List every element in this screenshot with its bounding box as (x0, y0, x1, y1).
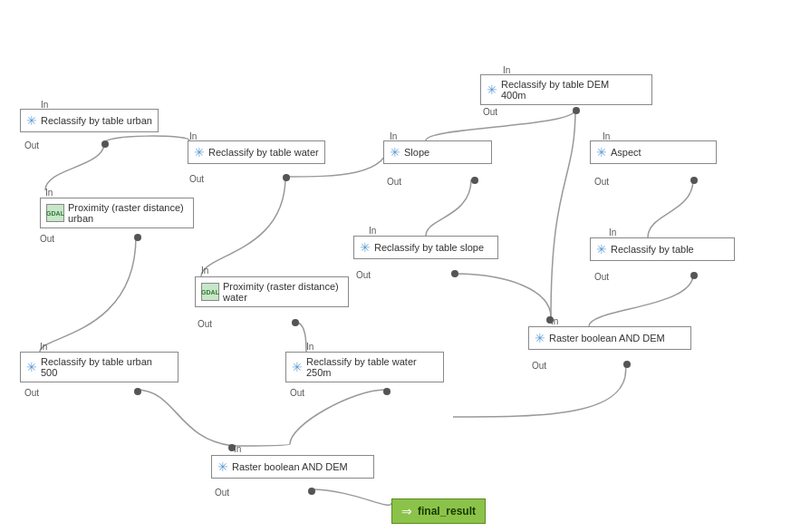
out-dot-reclassify-urban-500 (134, 388, 141, 395)
node-label: Aspect (611, 147, 641, 158)
in-dot-raster-boolean-top (546, 316, 554, 324)
node-label-line1: Proximity (raster distance) (68, 202, 184, 213)
node-final-result[interactable]: ⇒ final_result (391, 498, 486, 524)
in-label-reclassify-water-250: In (306, 342, 314, 352)
out-label-reclassify-water-250: Out (290, 388, 304, 398)
node-label: Reclassify by table (611, 244, 694, 255)
node-reclassify-water[interactable]: ✳ Reclassify by table water (188, 140, 325, 164)
workflow-canvas: In ✳ Reclassify by table urban Out In ✳ … (0, 0, 791, 532)
snowflake-icon: ✳ (596, 242, 607, 256)
out-label-proximity-water: Out (198, 319, 212, 329)
node-proximity-urban[interactable]: GDAL Proximity (raster distance) urban (40, 198, 194, 228)
out-label-slope: Out (387, 177, 401, 187)
node-label: Raster boolean AND DEM (232, 461, 348, 472)
out-label-aspect: Out (594, 177, 609, 187)
node-label: Reclassify by table water (208, 147, 319, 158)
out-dot-reclassify-table (690, 272, 698, 279)
node-label-line1: Reclassify by table water (306, 356, 417, 367)
in-dot-raster-boolean-bottom (228, 444, 236, 451)
out-label-raster-boolean-top: Out (532, 361, 546, 371)
arrow-icon: ⇒ (401, 504, 412, 518)
node-proximity-water[interactable]: GDAL Proximity (raster distance) water (195, 276, 349, 307)
snowflake-icon: ✳ (360, 240, 371, 255)
out-dot-proximity-water (292, 319, 299, 326)
in-label-proximity-urban: In (45, 188, 53, 198)
out-dot-aspect (690, 177, 698, 184)
snowflake-icon: ✳ (487, 82, 497, 97)
node-label: Reclassify by table slope (374, 242, 484, 253)
node-label-line1: Reclassify by table DEM (501, 79, 609, 90)
snowflake-icon: ✳ (26, 113, 37, 128)
out-label-reclassify-urban: Out (24, 140, 39, 150)
gdal-icon: GDAL (201, 283, 219, 301)
node-raster-boolean-dem-bottom[interactable]: ✳ Raster boolean AND DEM (211, 455, 374, 479)
in-label-proximity-water: In (201, 266, 208, 276)
node-aspect[interactable]: ✳ Aspect (590, 140, 717, 164)
out-dot-raster-boolean-bottom (308, 488, 315, 495)
out-dot-proximity-urban (134, 234, 141, 241)
snowflake-icon: ✳ (194, 145, 205, 160)
out-dot-reclassify-slope (451, 270, 458, 277)
out-dot-raster-boolean-top (623, 361, 631, 368)
out-label-reclassify-urban-500: Out (24, 388, 39, 398)
out-label-reclassify-dem: Out (483, 107, 497, 117)
snowflake-icon: ✳ (217, 459, 228, 474)
node-reclassify-dem[interactable]: ✳ Reclassify by table DEM 400m (480, 74, 652, 105)
out-label-reclassify-slope: Out (356, 270, 371, 280)
out-label-reclassify-table: Out (594, 272, 609, 282)
out-dot-reclassify-water-250 (383, 388, 391, 395)
out-label-reclassify-water: Out (189, 174, 204, 184)
node-label-line2: 250m (306, 367, 417, 378)
connections-layer (0, 0, 791, 532)
snowflake-icon: ✳ (596, 145, 607, 160)
out-dot-slope (471, 177, 478, 184)
node-label-line1: Reclassify by table urban (41, 356, 152, 367)
snowflake-icon: ✳ (390, 145, 400, 160)
node-reclassify-urban-500[interactable]: ✳ Reclassify by table urban 500 (20, 352, 178, 382)
node-label: Slope (404, 147, 429, 158)
snowflake-icon: ✳ (535, 331, 545, 345)
node-label: Reclassify by table urban (41, 115, 152, 126)
node-label-line1: Proximity (raster distance) (223, 281, 339, 292)
node-label-line2: urban (68, 213, 184, 224)
out-label-raster-boolean-bottom: Out (215, 488, 229, 498)
node-slope[interactable]: ✳ Slope (383, 140, 492, 164)
node-label-line2: 400m (501, 90, 609, 101)
gdal-icon: GDAL (46, 204, 64, 222)
out-dot-reclassify-dem (573, 107, 580, 114)
out-dot-reclassify-water (283, 174, 290, 181)
snowflake-icon: ✳ (292, 360, 303, 374)
snowflake-icon: ✳ (26, 360, 37, 374)
node-reclassify-slope[interactable]: ✳ Reclassify by table slope (353, 236, 498, 259)
node-reclassify-table[interactable]: ✳ Reclassify by table (590, 237, 735, 261)
in-label-reclassify-urban-500: In (40, 342, 47, 352)
node-label-line2: 500 (41, 367, 152, 378)
in-label-reclassify-table: In (609, 227, 616, 237)
node-label: Raster boolean AND DEM (549, 333, 665, 343)
node-raster-boolean-dem-top[interactable]: ✳ Raster boolean AND DEM (528, 326, 691, 350)
final-result-label: final_result (418, 505, 476, 517)
node-reclassify-water-250[interactable]: ✳ Reclassify by table water 250m (285, 352, 444, 382)
in-label-reclassify-slope: In (369, 226, 376, 236)
out-dot-reclassify-urban (101, 140, 109, 148)
out-label-proximity-urban: Out (40, 234, 54, 244)
node-reclassify-urban[interactable]: ✳ Reclassify by table urban (20, 109, 159, 132)
node-label-line2: water (223, 292, 339, 303)
